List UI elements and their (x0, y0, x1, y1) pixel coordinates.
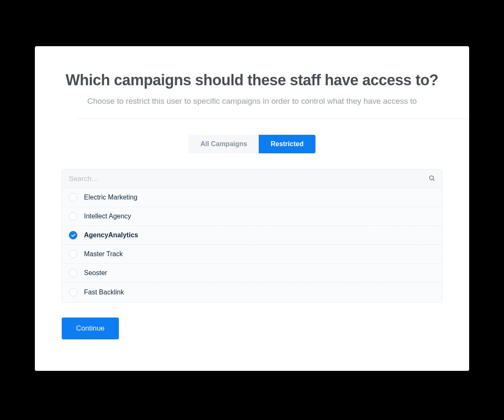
campaign-label: Fast Backlink (84, 289, 124, 296)
campaign-label: Seoster (84, 269, 107, 277)
campaign-row[interactable]: Fast Backlink (62, 283, 442, 302)
campaign-access-card: Which campaigns should these staff have … (35, 46, 469, 371)
restricted-toggle[interactable]: Restricted (259, 135, 315, 153)
continue-button[interactable]: Continue (62, 318, 119, 339)
checkbox-unchecked-icon[interactable] (69, 193, 77, 202)
svg-line-1 (433, 179, 434, 181)
access-toggle-group: All Campaigns Restricted (35, 135, 469, 153)
checkbox-unchecked-icon[interactable] (69, 269, 77, 277)
search-icon[interactable] (428, 175, 435, 183)
all-campaigns-toggle[interactable]: All Campaigns (189, 135, 259, 153)
campaign-list-container: Electric MarketingIntellect AgencyAgency… (62, 169, 442, 302)
campaign-label: AgencyAnalytics (84, 231, 138, 239)
campaign-label: Electric Marketing (84, 194, 137, 201)
page-title: Which campaigns should these staff have … (62, 71, 442, 89)
campaign-row[interactable]: Electric Marketing (62, 188, 442, 207)
svg-point-0 (430, 176, 433, 179)
campaign-row[interactable]: Seoster (62, 264, 442, 283)
page-subtitle: Choose to restrict this user to specific… (62, 97, 442, 106)
search-row (62, 170, 442, 188)
campaign-label: Intellect Agency (84, 213, 131, 220)
header-divider (77, 118, 469, 119)
checkbox-unchecked-icon[interactable] (69, 212, 77, 220)
checkbox-unchecked-icon[interactable] (69, 250, 77, 258)
campaign-list[interactable]: Electric MarketingIntellect AgencyAgency… (62, 188, 442, 302)
campaign-row[interactable]: Intellect Agency (62, 207, 442, 226)
campaign-label: Master Track (84, 250, 123, 258)
checkbox-checked-icon[interactable] (69, 231, 77, 239)
card-header: Which campaigns should these staff have … (35, 46, 469, 118)
search-input[interactable] (69, 175, 428, 183)
campaign-row[interactable]: Master Track (62, 245, 442, 264)
campaign-row[interactable]: AgencyAnalytics (62, 226, 442, 245)
checkbox-unchecked-icon[interactable] (69, 288, 77, 297)
